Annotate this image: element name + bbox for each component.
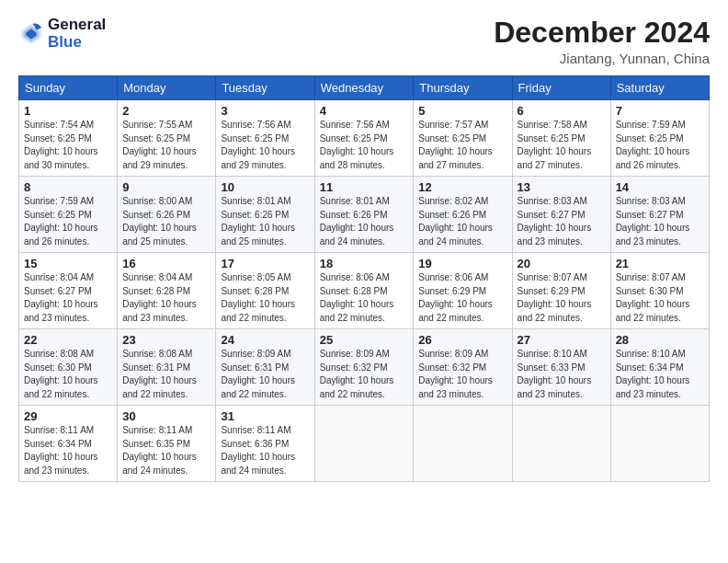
- day-number: 13: [518, 180, 606, 194]
- day-info: Sunrise: 8:09 AMSunset: 6:32 PMDaylight:…: [320, 349, 394, 399]
- day-number: 10: [221, 180, 309, 194]
- calendar-cell: 7 Sunrise: 7:59 AMSunset: 6:25 PMDayligh…: [610, 100, 709, 177]
- day-number: 31: [221, 409, 309, 423]
- calendar-cell: 13 Sunrise: 8:03 AMSunset: 6:27 PMDaylig…: [512, 177, 610, 253]
- day-info: Sunrise: 7:58 AMSunset: 6:25 PMDaylight:…: [518, 120, 592, 170]
- day-info: Sunrise: 7:59 AMSunset: 6:25 PMDaylight:…: [24, 196, 98, 247]
- day-info: Sunrise: 7:57 AMSunset: 6:25 PMDaylight:…: [418, 120, 493, 170]
- day-info: Sunrise: 7:54 AMSunset: 6:25 PMDaylight:…: [24, 120, 98, 170]
- calendar-cell: 8 Sunrise: 7:59 AMSunset: 6:25 PMDayligh…: [19, 177, 118, 253]
- day-info: Sunrise: 8:03 AMSunset: 6:27 PMDaylight:…: [518, 196, 592, 247]
- calendar-cell: 15 Sunrise: 8:04 AMSunset: 6:27 PMDaylig…: [19, 253, 118, 329]
- day-info: Sunrise: 8:07 AMSunset: 6:29 PMDaylight:…: [518, 272, 592, 323]
- weekday-header: Sunday: [19, 76, 118, 100]
- day-number: 3: [221, 104, 309, 118]
- calendar-cell: 4 Sunrise: 7:56 AMSunset: 6:25 PMDayligh…: [314, 100, 414, 177]
- calendar-cell: 22 Sunrise: 8:08 AMSunset: 6:30 PMDaylig…: [19, 329, 118, 406]
- weekday-header: Tuesday: [216, 76, 314, 100]
- day-info: Sunrise: 8:06 AMSunset: 6:28 PMDaylight:…: [320, 272, 394, 323]
- day-number: 29: [24, 409, 112, 423]
- calendar-cell: 21 Sunrise: 8:07 AMSunset: 6:30 PMDaylig…: [610, 253, 709, 329]
- calendar-cell: 31 Sunrise: 8:11 AMSunset: 6:36 PMDaylig…: [216, 406, 314, 482]
- day-number: 27: [518, 333, 606, 347]
- day-number: 18: [320, 257, 409, 270]
- calendar-cell: 1 Sunrise: 7:54 AMSunset: 6:25 PMDayligh…: [19, 100, 118, 177]
- day-number: 24: [221, 333, 309, 347]
- calendar-cell: 19 Sunrise: 8:06 AMSunset: 6:29 PMDaylig…: [414, 253, 512, 329]
- day-info: Sunrise: 8:11 AMSunset: 6:35 PMDaylight:…: [122, 425, 197, 476]
- calendar-cell: 5 Sunrise: 7:57 AMSunset: 6:25 PMDayligh…: [414, 100, 512, 177]
- weekday-header: Saturday: [610, 76, 709, 100]
- day-info: Sunrise: 7:55 AMSunset: 6:25 PMDaylight:…: [122, 120, 197, 170]
- day-number: 20: [518, 257, 606, 270]
- calendar-cell: 14 Sunrise: 8:03 AMSunset: 6:27 PMDaylig…: [610, 177, 709, 253]
- calendar-cell: 6 Sunrise: 7:58 AMSunset: 6:25 PMDayligh…: [512, 100, 610, 177]
- day-info: Sunrise: 8:06 AMSunset: 6:29 PMDaylight:…: [418, 272, 493, 323]
- calendar-cell: 23 Sunrise: 8:08 AMSunset: 6:31 PMDaylig…: [118, 329, 216, 406]
- day-info: Sunrise: 7:59 AMSunset: 6:25 PMDaylight:…: [616, 120, 690, 170]
- calendar-cell: 26 Sunrise: 8:09 AMSunset: 6:32 PMDaylig…: [414, 329, 512, 406]
- page-container: General Blue December 2024 Jiantang, Yun…: [0, 0, 728, 493]
- day-number: 1: [24, 104, 112, 118]
- calendar-cell: [610, 406, 709, 482]
- month-title: December 2024: [494, 17, 710, 49]
- day-info: Sunrise: 8:10 AMSunset: 6:34 PMDaylight:…: [616, 349, 690, 399]
- calendar-cell: 30 Sunrise: 8:11 AMSunset: 6:35 PMDaylig…: [118, 406, 216, 482]
- calendar-cell: 24 Sunrise: 8:09 AMSunset: 6:31 PMDaylig…: [216, 329, 314, 406]
- day-info: Sunrise: 8:01 AMSunset: 6:26 PMDaylight:…: [221, 196, 295, 247]
- day-number: 4: [320, 104, 409, 118]
- day-number: 30: [122, 409, 210, 423]
- day-info: Sunrise: 8:04 AMSunset: 6:28 PMDaylight:…: [122, 272, 197, 323]
- calendar-cell: [512, 406, 610, 482]
- day-info: Sunrise: 8:08 AMSunset: 6:31 PMDaylight:…: [122, 349, 197, 399]
- day-number: 16: [122, 257, 210, 270]
- day-number: 8: [24, 180, 112, 194]
- logo-text: General Blue: [48, 17, 106, 51]
- day-info: Sunrise: 8:09 AMSunset: 6:31 PMDaylight:…: [221, 349, 295, 399]
- calendar-cell: 2 Sunrise: 7:55 AMSunset: 6:25 PMDayligh…: [118, 100, 216, 177]
- day-number: 26: [418, 333, 506, 347]
- calendar-cell: 16 Sunrise: 8:04 AMSunset: 6:28 PMDaylig…: [118, 253, 216, 329]
- day-number: 15: [24, 257, 112, 270]
- calendar-cell: 28 Sunrise: 8:10 AMSunset: 6:34 PMDaylig…: [610, 329, 709, 406]
- day-number: 2: [122, 104, 210, 118]
- day-number: 25: [320, 333, 409, 347]
- day-info: Sunrise: 8:02 AMSunset: 6:26 PMDaylight:…: [418, 196, 493, 247]
- day-info: Sunrise: 7:56 AMSunset: 6:25 PMDaylight:…: [221, 120, 295, 170]
- day-number: 14: [616, 180, 704, 194]
- day-info: Sunrise: 7:56 AMSunset: 6:25 PMDaylight:…: [320, 120, 394, 170]
- calendar-cell: 9 Sunrise: 8:00 AMSunset: 6:26 PMDayligh…: [118, 177, 216, 253]
- calendar-cell: 25 Sunrise: 8:09 AMSunset: 6:32 PMDaylig…: [314, 329, 414, 406]
- day-number: 11: [320, 180, 409, 194]
- day-info: Sunrise: 8:11 AMSunset: 6:34 PMDaylight:…: [24, 425, 98, 476]
- header: General Blue December 2024 Jiantang, Yun…: [18, 17, 710, 66]
- day-number: 7: [616, 104, 704, 118]
- logo-icon: [18, 21, 44, 47]
- day-number: 22: [24, 333, 112, 347]
- day-info: Sunrise: 8:00 AMSunset: 6:26 PMDaylight:…: [122, 196, 197, 247]
- day-number: 28: [616, 333, 704, 347]
- day-number: 12: [418, 180, 506, 194]
- calendar-cell: 10 Sunrise: 8:01 AMSunset: 6:26 PMDaylig…: [216, 177, 314, 253]
- calendar-cell: [314, 406, 414, 482]
- day-info: Sunrise: 8:10 AMSunset: 6:33 PMDaylight:…: [518, 349, 592, 399]
- calendar-cell: 20 Sunrise: 8:07 AMSunset: 6:29 PMDaylig…: [512, 253, 610, 329]
- day-info: Sunrise: 8:08 AMSunset: 6:30 PMDaylight:…: [24, 349, 98, 399]
- day-info: Sunrise: 8:03 AMSunset: 6:27 PMDaylight:…: [616, 196, 690, 247]
- day-number: 6: [518, 104, 606, 118]
- day-info: Sunrise: 8:07 AMSunset: 6:30 PMDaylight:…: [616, 272, 690, 323]
- day-info: Sunrise: 8:11 AMSunset: 6:36 PMDaylight:…: [221, 425, 295, 476]
- weekday-header: Monday: [118, 76, 216, 100]
- weekday-header: Wednesday: [314, 76, 414, 100]
- calendar-cell: 27 Sunrise: 8:10 AMSunset: 6:33 PMDaylig…: [512, 329, 610, 406]
- weekday-header: Friday: [512, 76, 610, 100]
- day-info: Sunrise: 8:05 AMSunset: 6:28 PMDaylight:…: [221, 272, 295, 323]
- calendar-table: SundayMondayTuesdayWednesdayThursdayFrid…: [18, 75, 710, 482]
- calendar-cell: 12 Sunrise: 8:02 AMSunset: 6:26 PMDaylig…: [414, 177, 512, 253]
- day-number: 9: [122, 180, 210, 194]
- location: Jiantang, Yunnan, China: [494, 51, 710, 66]
- day-number: 23: [122, 333, 210, 347]
- calendar-cell: [414, 406, 512, 482]
- calendar-cell: 29 Sunrise: 8:11 AMSunset: 6:34 PMDaylig…: [19, 406, 118, 482]
- day-number: 5: [418, 104, 506, 118]
